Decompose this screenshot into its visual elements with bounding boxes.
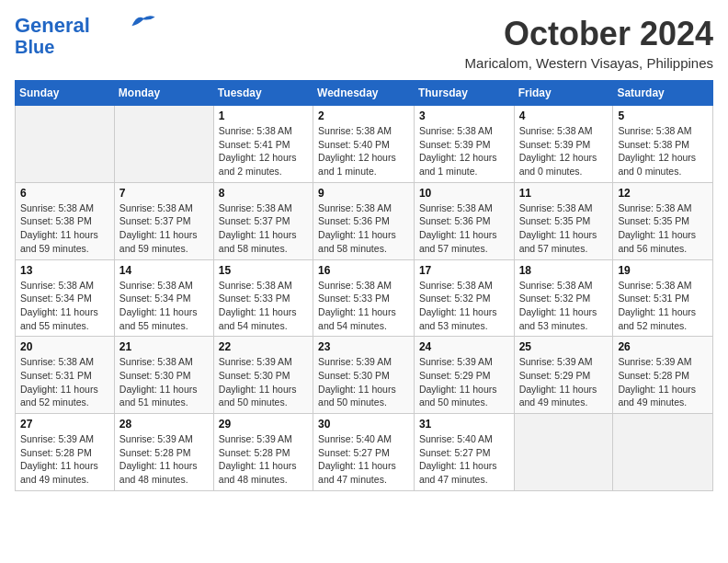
logo-text: General xyxy=(15,15,90,37)
day-number: 24 xyxy=(419,340,509,353)
day-number: 20 xyxy=(20,340,109,353)
calendar-cell: 13Sunrise: 5:38 AM Sunset: 5:34 PM Dayli… xyxy=(16,259,115,337)
day-info: Sunrise: 5:38 AM Sunset: 5:41 PM Dayligh… xyxy=(219,124,308,178)
day-number: 10 xyxy=(419,187,509,200)
day-number: 5 xyxy=(618,109,708,122)
day-number: 28 xyxy=(119,418,209,431)
calendar-cell: 23Sunrise: 5:39 AM Sunset: 5:30 PM Dayli… xyxy=(313,337,415,414)
calendar-cell: 5Sunrise: 5:38 AM Sunset: 5:38 PM Daylig… xyxy=(613,106,713,183)
calendar-cell: 28Sunrise: 5:39 AM Sunset: 5:28 PM Dayli… xyxy=(114,414,213,491)
calendar-cell: 9Sunrise: 5:38 AM Sunset: 5:36 PM Daylig… xyxy=(313,182,415,259)
weekday-header-saturday: Saturday xyxy=(613,81,713,106)
weekday-header-monday: Monday xyxy=(114,81,213,106)
title-area: October 2024 Maricalom, Western Visayas,… xyxy=(465,15,713,71)
calendar: SundayMondayTuesdayWednesdayThursdayFrid… xyxy=(15,80,713,491)
day-info: Sunrise: 5:38 AM Sunset: 5:31 PM Dayligh… xyxy=(20,355,109,409)
calendar-cell: 25Sunrise: 5:39 AM Sunset: 5:29 PM Dayli… xyxy=(514,337,613,414)
calendar-cell: 17Sunrise: 5:38 AM Sunset: 5:32 PM Dayli… xyxy=(414,259,514,337)
calendar-cell: 11Sunrise: 5:38 AM Sunset: 5:35 PM Dayli… xyxy=(514,182,613,259)
day-number: 21 xyxy=(119,340,209,353)
day-number: 31 xyxy=(419,418,509,431)
day-number: 18 xyxy=(519,264,609,277)
day-number: 14 xyxy=(119,264,209,277)
day-number: 2 xyxy=(318,109,409,122)
calendar-cell: 14Sunrise: 5:38 AM Sunset: 5:34 PM Dayli… xyxy=(114,259,213,337)
calendar-cell: 12Sunrise: 5:38 AM Sunset: 5:35 PM Dayli… xyxy=(613,182,713,259)
day-info: Sunrise: 5:39 AM Sunset: 5:30 PM Dayligh… xyxy=(318,355,409,409)
location-title: Maricalom, Western Visayas, Philippines xyxy=(465,55,713,71)
day-number: 23 xyxy=(318,340,409,353)
day-info: Sunrise: 5:38 AM Sunset: 5:38 PM Dayligh… xyxy=(20,201,109,256)
logo-blue-text: Blue xyxy=(15,37,54,57)
day-info: Sunrise: 5:38 AM Sunset: 5:39 PM Dayligh… xyxy=(419,124,509,178)
calendar-cell: 22Sunrise: 5:39 AM Sunset: 5:30 PM Dayli… xyxy=(213,337,313,414)
weekday-header-tuesday: Tuesday xyxy=(213,81,313,106)
calendar-cell: 6Sunrise: 5:38 AM Sunset: 5:38 PM Daylig… xyxy=(16,182,115,259)
calendar-cell xyxy=(514,414,613,491)
weekday-header-wednesday: Wednesday xyxy=(313,81,415,106)
day-number: 3 xyxy=(419,109,509,122)
day-number: 8 xyxy=(219,187,308,200)
day-number: 6 xyxy=(20,187,109,200)
day-number: 19 xyxy=(618,264,708,277)
day-number: 25 xyxy=(519,340,609,353)
day-info: Sunrise: 5:38 AM Sunset: 5:31 PM Dayligh… xyxy=(618,279,708,333)
day-number: 17 xyxy=(419,264,509,277)
day-info: Sunrise: 5:38 AM Sunset: 5:38 PM Dayligh… xyxy=(618,124,708,178)
calendar-cell: 2Sunrise: 5:38 AM Sunset: 5:40 PM Daylig… xyxy=(313,106,415,183)
day-info: Sunrise: 5:38 AM Sunset: 5:32 PM Dayligh… xyxy=(519,279,609,333)
calendar-cell xyxy=(16,106,115,183)
day-info: Sunrise: 5:39 AM Sunset: 5:28 PM Dayligh… xyxy=(119,432,209,487)
day-number: 22 xyxy=(219,340,308,353)
calendar-cell: 20Sunrise: 5:38 AM Sunset: 5:31 PM Dayli… xyxy=(16,337,115,414)
calendar-cell: 8Sunrise: 5:38 AM Sunset: 5:37 PM Daylig… xyxy=(213,182,313,259)
calendar-cell: 3Sunrise: 5:38 AM Sunset: 5:39 PM Daylig… xyxy=(414,106,514,183)
calendar-cell: 10Sunrise: 5:38 AM Sunset: 5:36 PM Dayli… xyxy=(414,182,514,259)
day-info: Sunrise: 5:38 AM Sunset: 5:34 PM Dayligh… xyxy=(119,279,209,333)
day-info: Sunrise: 5:39 AM Sunset: 5:28 PM Dayligh… xyxy=(618,355,708,409)
day-number: 11 xyxy=(519,187,609,200)
bird-icon xyxy=(131,13,156,31)
day-info: Sunrise: 5:38 AM Sunset: 5:34 PM Dayligh… xyxy=(20,279,109,333)
day-info: Sunrise: 5:38 AM Sunset: 5:33 PM Dayligh… xyxy=(219,279,308,333)
weekday-header-sunday: Sunday xyxy=(16,81,115,106)
day-number: 26 xyxy=(618,340,708,353)
day-info: Sunrise: 5:38 AM Sunset: 5:37 PM Dayligh… xyxy=(219,201,308,256)
calendar-cell: 21Sunrise: 5:38 AM Sunset: 5:30 PM Dayli… xyxy=(114,337,213,414)
month-title: October 2024 xyxy=(465,15,713,53)
day-number: 12 xyxy=(618,187,708,200)
day-info: Sunrise: 5:38 AM Sunset: 5:36 PM Dayligh… xyxy=(419,201,509,256)
day-info: Sunrise: 5:40 AM Sunset: 5:27 PM Dayligh… xyxy=(318,432,409,487)
calendar-cell: 1Sunrise: 5:38 AM Sunset: 5:41 PM Daylig… xyxy=(213,106,313,183)
day-info: Sunrise: 5:38 AM Sunset: 5:39 PM Dayligh… xyxy=(519,124,609,178)
day-info: Sunrise: 5:38 AM Sunset: 5:32 PM Dayligh… xyxy=(419,279,509,333)
calendar-cell: 18Sunrise: 5:38 AM Sunset: 5:32 PM Dayli… xyxy=(514,259,613,337)
day-info: Sunrise: 5:39 AM Sunset: 5:29 PM Dayligh… xyxy=(419,355,509,409)
day-info: Sunrise: 5:38 AM Sunset: 5:40 PM Dayligh… xyxy=(318,124,409,178)
day-info: Sunrise: 5:38 AM Sunset: 5:30 PM Dayligh… xyxy=(119,355,209,409)
day-info: Sunrise: 5:39 AM Sunset: 5:30 PM Dayligh… xyxy=(219,355,308,409)
day-number: 1 xyxy=(219,109,308,122)
day-number: 16 xyxy=(318,264,409,277)
weekday-header-friday: Friday xyxy=(514,81,613,106)
calendar-cell: 31Sunrise: 5:40 AM Sunset: 5:27 PM Dayli… xyxy=(414,414,514,491)
logo: General Blue xyxy=(15,15,156,57)
calendar-cell: 26Sunrise: 5:39 AM Sunset: 5:28 PM Dayli… xyxy=(613,337,713,414)
day-info: Sunrise: 5:38 AM Sunset: 5:36 PM Dayligh… xyxy=(318,201,409,256)
header: General Blue October 2024 Maricalom, Wes… xyxy=(15,15,713,71)
day-number: 7 xyxy=(119,187,209,200)
calendar-cell: 4Sunrise: 5:38 AM Sunset: 5:39 PM Daylig… xyxy=(514,106,613,183)
calendar-cell: 15Sunrise: 5:38 AM Sunset: 5:33 PM Dayli… xyxy=(213,259,313,337)
calendar-cell: 30Sunrise: 5:40 AM Sunset: 5:27 PM Dayli… xyxy=(313,414,415,491)
calendar-cell: 27Sunrise: 5:39 AM Sunset: 5:28 PM Dayli… xyxy=(16,414,115,491)
calendar-cell xyxy=(114,106,213,183)
weekday-header-thursday: Thursday xyxy=(414,81,514,106)
day-info: Sunrise: 5:38 AM Sunset: 5:35 PM Dayligh… xyxy=(519,201,609,256)
calendar-cell: 19Sunrise: 5:38 AM Sunset: 5:31 PM Dayli… xyxy=(613,259,713,337)
day-info: Sunrise: 5:39 AM Sunset: 5:29 PM Dayligh… xyxy=(519,355,609,409)
day-number: 30 xyxy=(318,418,409,431)
day-number: 4 xyxy=(519,109,609,122)
day-info: Sunrise: 5:40 AM Sunset: 5:27 PM Dayligh… xyxy=(419,432,509,487)
day-number: 27 xyxy=(20,418,109,431)
calendar-cell: 16Sunrise: 5:38 AM Sunset: 5:33 PM Dayli… xyxy=(313,259,415,337)
